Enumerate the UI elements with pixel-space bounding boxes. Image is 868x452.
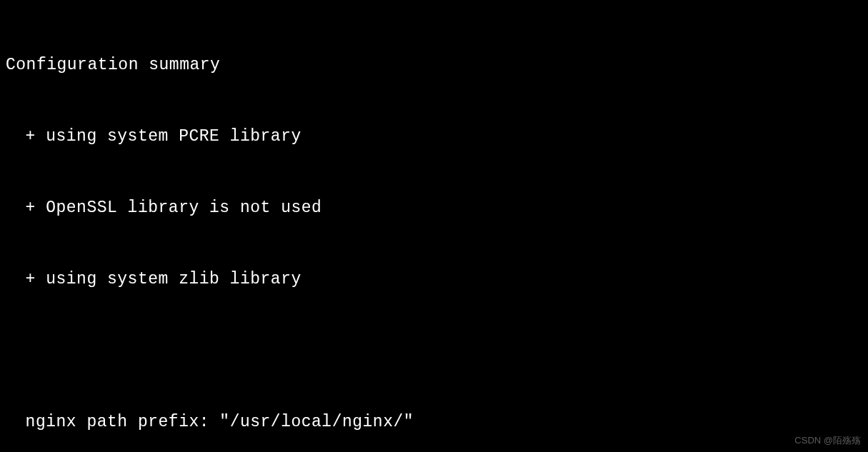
config-line: nginx path prefix: "/usr/local/nginx/" xyxy=(6,411,862,434)
summary-item: + using system PCRE library xyxy=(6,125,862,149)
summary-item: + OpenSSL library is not used xyxy=(6,196,862,220)
watermark: CSDN @陌殇殇 xyxy=(794,434,861,448)
config-header: Configuration summary xyxy=(6,54,862,77)
blank-line xyxy=(6,339,862,363)
summary-item: + using system zlib library xyxy=(6,268,862,291)
terminal-output: Configuration summary + using system PCR… xyxy=(6,6,862,452)
